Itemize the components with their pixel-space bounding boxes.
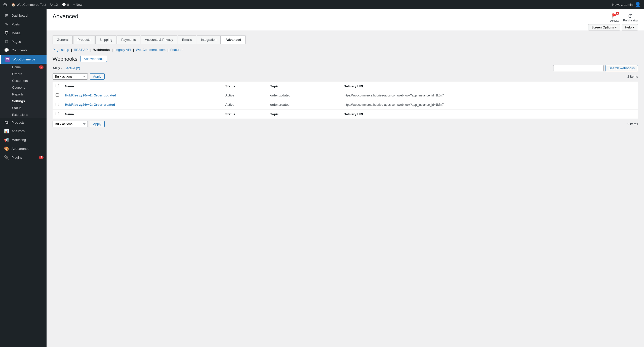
wp-logo[interactable]: ⊛	[3, 2, 7, 8]
sidebar-label-appearance: Appearance	[12, 147, 29, 151]
select-all-checkbox[interactable]	[56, 84, 59, 87]
table-header-status: Status	[222, 82, 267, 91]
submenu-item-coupons[interactable]: Coupons	[0, 84, 47, 91]
subnav-sep-1: |	[71, 48, 72, 52]
submenu-item-orders[interactable]: Orders	[0, 71, 47, 77]
tab-products[interactable]: Products	[73, 36, 95, 44]
activity-badge: ●	[616, 12, 619, 15]
sidebar: ⊞ Dashboard ✎ Posts 🖼 Media □ Pages 💬 Co…	[0, 9, 47, 347]
subnav-rest-api[interactable]: REST API	[74, 48, 89, 52]
table-footer-header-topic: Topic	[267, 110, 341, 119]
help-label: Help	[625, 25, 632, 29]
sidebar-item-appearance[interactable]: 🎨 Appearance	[0, 144, 47, 153]
media-icon: 🖼	[4, 31, 9, 35]
sidebar-item-posts[interactable]: ✎ Posts	[0, 20, 47, 29]
plugins-icon: 🔌	[4, 155, 9, 160]
icon-buttons-row: 🚩 ● Activity ⏱ Finish setup	[610, 13, 638, 22]
site-name[interactable]: 🏠 WooCommerce Test	[11, 3, 46, 7]
sidebar-label-plugins: Plugins	[12, 156, 22, 159]
row1-status: Active	[225, 93, 234, 97]
screen-options-button[interactable]: Screen Options ▾	[588, 24, 620, 30]
sidebar-item-comments[interactable]: 💬 Comments	[0, 46, 47, 55]
new-item[interactable]: + New	[73, 3, 82, 7]
sidebar-label-posts: Posts	[12, 22, 20, 26]
submenu-item-extensions[interactable]: Extensions	[0, 111, 47, 118]
plugins-badge: 8	[39, 156, 44, 159]
table-header-topic: Topic	[267, 82, 341, 91]
bulk-actions-select-bottom[interactable]: Bulk actions Delete	[53, 121, 88, 127]
apply-button-top[interactable]: Apply	[90, 73, 105, 80]
submenu-label-orders: Orders	[12, 72, 22, 76]
row1-topic-cell: order.updated	[267, 91, 341, 100]
select-all-bottom-checkbox[interactable]	[56, 112, 59, 115]
sidebar-item-analytics[interactable]: 📊 Analytics	[0, 127, 47, 135]
submenu-item-settings[interactable]: Settings	[0, 98, 47, 105]
subnav-page-setup[interactable]: Page setup	[53, 48, 69, 52]
screen-options-label: Screen Options	[591, 25, 614, 29]
bulk-actions-select-top[interactable]: Bulk actions Delete	[53, 73, 88, 80]
submenu-label-status: Status	[12, 106, 21, 110]
submenu-label-extensions: Extensions	[12, 113, 28, 117]
row2-name-link[interactable]: HubRise zy26w-2: Order created	[65, 103, 115, 107]
subnav-sep-5: |	[168, 48, 169, 52]
subnav-features[interactable]: Features	[170, 48, 183, 52]
filter-all-label: All (2)	[53, 66, 62, 70]
sidebar-item-marketing[interactable]: 📢 Marketing	[0, 135, 47, 144]
sidebar-label-dashboard: Dashboard	[12, 14, 28, 17]
submenu-item-customers[interactable]: Customers	[0, 77, 47, 84]
apply-button-bottom[interactable]: Apply	[90, 121, 105, 127]
sidebar-item-plugins[interactable]: 🔌 Plugins 8	[0, 153, 47, 162]
row1-delivery-url-cell: https://woocommerce.hubrise-apps.com/web…	[341, 91, 638, 100]
row1-checkbox[interactable]	[56, 93, 59, 97]
marketing-icon: 📢	[4, 137, 9, 142]
comments-item[interactable]: 💬 0	[62, 3, 69, 7]
search-webhooks-button[interactable]: Search webhooks	[606, 65, 638, 71]
tab-general[interactable]: General	[53, 36, 73, 44]
sidebar-item-media[interactable]: 🖼 Media	[0, 29, 47, 37]
updates-item[interactable]: ↻ 12	[50, 3, 58, 7]
submenu-item-reports[interactable]: Reports	[0, 91, 47, 98]
row2-status-cell: Active	[222, 100, 267, 110]
add-webhook-button[interactable]: Add webhook	[80, 56, 107, 62]
sidebar-item-woocommerce[interactable]: W WooCommerce	[0, 55, 47, 64]
finish-setup-label: Finish setup	[623, 19, 638, 22]
table-header-name: Name	[62, 82, 222, 91]
row2-topic-cell: order.created	[267, 100, 341, 110]
tab-shipping[interactable]: Shipping	[95, 36, 117, 44]
woocommerce-submenu: Home 5 Orders Customers Coupons Reports …	[0, 64, 47, 118]
tab-payments[interactable]: Payments	[117, 36, 140, 44]
submenu-label-home: Home	[12, 65, 21, 69]
tab-integration[interactable]: Integration	[197, 36, 221, 44]
dashboard-icon: ⊞	[4, 13, 9, 18]
finish-setup-button[interactable]: ⏱ Finish setup	[623, 13, 638, 22]
bottom-bulk-bar: Bulk actions Delete Apply 2 items	[53, 121, 638, 127]
submenu-item-home[interactable]: Home 5	[0, 64, 47, 71]
sidebar-item-pages[interactable]: □ Pages	[0, 37, 47, 46]
submenu-item-status[interactable]: Status	[0, 105, 47, 111]
activity-button[interactable]: 🚩 ● Activity	[610, 13, 619, 22]
help-button[interactable]: Help ▾	[622, 24, 638, 30]
filter-bar: All (2) | Active (2) Search webhooks	[53, 65, 638, 71]
main-content: Advanced 🚩 ● Activity ⏱ Finish setup	[47, 9, 644, 347]
sidebar-label-marketing: Marketing	[12, 138, 26, 142]
subnav-legacy-api[interactable]: Legacy API	[114, 48, 131, 52]
sidebar-item-dashboard[interactable]: ⊞ Dashboard	[0, 11, 47, 20]
row2-checkbox[interactable]	[56, 103, 59, 106]
subnav-woocommerce-com[interactable]: WooCommerce.com	[136, 48, 166, 52]
products-icon: 🛍	[4, 120, 9, 125]
tab-accounts-privacy[interactable]: Accounts & Privacy	[141, 36, 177, 44]
webhooks-title: Webhooks	[53, 56, 77, 62]
filter-active-link[interactable]: Active (2)	[66, 66, 80, 70]
activity-label: Activity	[610, 19, 619, 22]
search-area: Search webhooks	[553, 65, 638, 71]
row1-name-link[interactable]: HubRise zy26w-2: Order updated	[65, 93, 116, 97]
pages-icon: □	[4, 39, 9, 44]
sidebar-label-pages: Pages	[12, 40, 21, 44]
tab-advanced[interactable]: Advanced	[221, 36, 245, 44]
home-badge: 5	[39, 65, 44, 69]
tab-emails[interactable]: Emails	[178, 36, 196, 44]
subnav-sep-2: |	[91, 48, 92, 52]
search-input[interactable]	[553, 65, 603, 71]
sidebar-item-products[interactable]: 🛍 Products	[0, 118, 47, 127]
updates-icon: ↻	[50, 3, 53, 7]
